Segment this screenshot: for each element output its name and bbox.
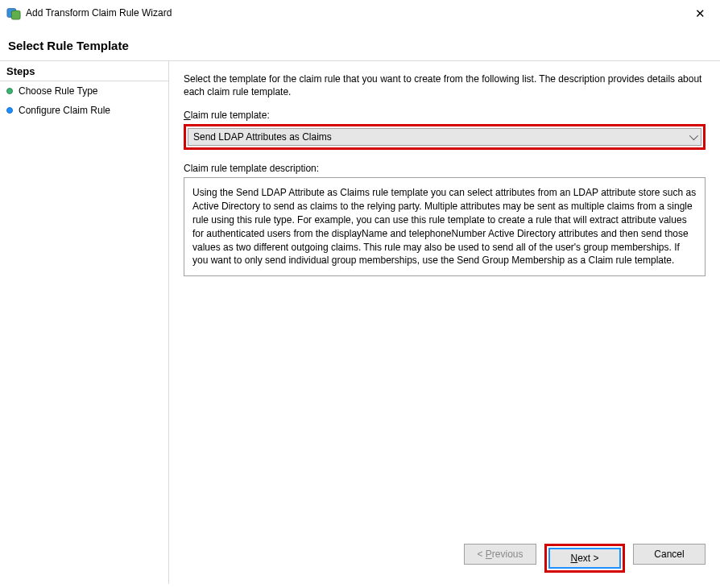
step-choose-rule-type[interactable]: Choose Rule Type bbox=[0, 81, 168, 101]
previous-button: < Previous bbox=[464, 544, 536, 565]
next-button[interactable]: Next > bbox=[548, 548, 621, 569]
main-panel: Select the template for the claim rule t… bbox=[169, 61, 720, 584]
next-button-highlight: Next > bbox=[544, 544, 625, 573]
svg-rect-1 bbox=[11, 10, 20, 19]
title-bar: Add Transform Claim Rule Wizard ✕ bbox=[0, 0, 720, 26]
description-label: Claim rule template description: bbox=[184, 163, 706, 174]
template-description-box: Using the Send LDAP Attribute as Claims … bbox=[184, 177, 706, 276]
content-area: Steps Choose Rule Type Configure Claim R… bbox=[0, 60, 720, 584]
step-label: Configure Claim Rule bbox=[19, 105, 110, 116]
step-configure-claim-rule[interactable]: Configure Claim Rule bbox=[0, 101, 168, 120]
cancel-button[interactable]: Cancel bbox=[633, 544, 706, 565]
wizard-steps-sidebar: Steps Choose Rule Type Configure Claim R… bbox=[0, 61, 169, 584]
window-title: Add Transform Claim Rule Wizard bbox=[26, 7, 689, 19]
instructions-text: Select the template for the claim rule t… bbox=[184, 72, 706, 98]
step-bullet-icon bbox=[6, 88, 13, 94]
chevron-down-icon bbox=[689, 131, 698, 140]
close-icon[interactable]: ✕ bbox=[689, 4, 712, 23]
page-heading: Select Rule Template bbox=[0, 26, 720, 60]
step-label: Choose Rule Type bbox=[19, 85, 98, 97]
steps-header: Steps bbox=[0, 61, 168, 81]
claim-rule-template-dropdown[interactable]: Send LDAP Attributes as Claims bbox=[188, 128, 701, 146]
dropdown-selected-value: Send LDAP Attributes as Claims bbox=[193, 131, 332, 143]
template-label: Claim rule template: bbox=[184, 110, 706, 121]
wizard-button-row: < Previous Next > Cancel bbox=[184, 544, 706, 573]
template-dropdown-highlight: Send LDAP Attributes as Claims bbox=[184, 124, 706, 150]
wizard-icon bbox=[6, 6, 21, 20]
step-bullet-icon bbox=[6, 107, 13, 114]
